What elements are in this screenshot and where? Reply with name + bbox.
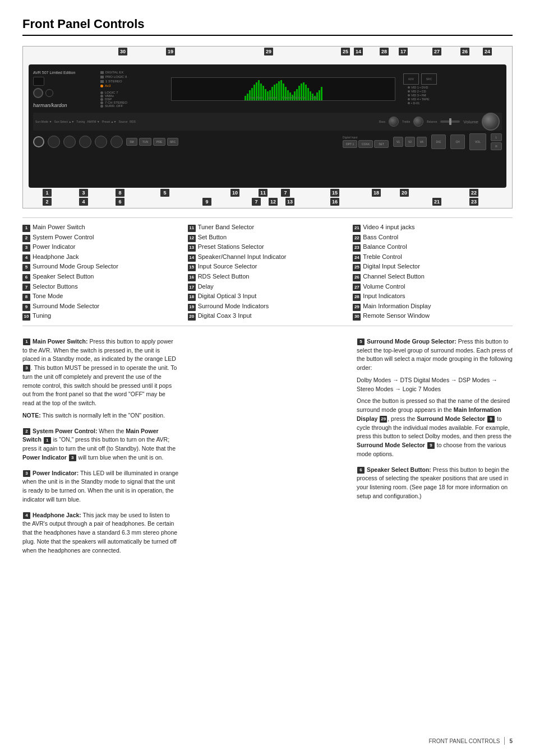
tone-mode-btn-1[interactable] <box>48 136 60 148</box>
selector-button-2[interactable] <box>95 136 107 148</box>
mode-digital-ex: DIGITAL EX <box>100 71 163 74</box>
bottom-right-controls: Digital Input OPT 1 COAX SET V1 V2 VA DI… <box>343 133 502 150</box>
part-item-23: 23Balance Control <box>353 242 513 252</box>
selector-button-1[interactable] <box>79 136 91 148</box>
video-audio[interactable]: VA <box>417 137 427 147</box>
input-doi: • D-01 <box>408 101 500 105</box>
part-label-7: Selector Buttons <box>33 282 78 292</box>
part-label-29: Main Information Display <box>363 302 431 312</box>
page-header: Front Panel Controls <box>22 17 513 36</box>
volume-control-knob[interactable] <box>482 113 500 131</box>
desc-power-indicator: 3 Power Indicator: This LED will be illu… <box>22 469 178 504</box>
callout-26: 26 <box>460 48 469 55</box>
part-num-1: 1 <box>22 225 30 232</box>
part-num-27: 27 <box>353 284 361 291</box>
callout-bottom-5: 5 <box>160 189 169 197</box>
channel-select-button[interactable]: CH <box>450 134 465 149</box>
footer-page: 5 <box>509 738 513 744</box>
part-label-4: Headphone Jack <box>33 252 79 262</box>
part-label-8: Tone Mode <box>33 291 63 302</box>
part-num-9: 9 <box>22 304 30 311</box>
part-num-8: 8 <box>22 294 30 301</box>
callout-bottom-15: 15 <box>330 189 339 197</box>
avr-brand-section: AVR 507 Limited Edition harman/kardon <box>33 71 95 108</box>
volume-control-button[interactable]: VOL <box>469 133 486 150</box>
part-label-25: Digital Input Selector <box>363 262 420 272</box>
part-label-20: Digital Coax 3 Input <box>198 311 252 321</box>
treble-knob-small[interactable] <box>413 117 423 127</box>
callout-bottom2-13: 13 <box>285 198 294 206</box>
digital-input-1[interactable]: OPT 1 <box>343 140 357 148</box>
input-list: VID 1 • DVD VID 2 • CD VID 3 • FM VID 4 … <box>408 86 500 105</box>
parts-list: 1Main Power Switch2System Power Control3… <box>22 217 513 326</box>
part-label-10: Tuning <box>33 311 51 321</box>
tone-mode-buttons: Tone Mode Speaker Channel Digital Sel De… <box>172 96 395 99</box>
part-item-18: 18Digital Optical 3 Input <box>188 291 348 302</box>
input-r[interactable]: R <box>491 142 502 150</box>
num-badge-2: 2 <box>23 428 30 435</box>
callout-bottom-10: 10 <box>230 189 239 197</box>
balance-slider-thumb[interactable] <box>449 118 451 125</box>
callout-bottom-22: 22 <box>469 189 478 197</box>
input-l[interactable]: L <box>491 133 502 141</box>
descriptions: 1 Main Power Switch: Press this button t… <box>22 337 513 562</box>
callout-28: 28 <box>380 48 389 55</box>
bass-knob-small[interactable] <box>389 117 399 127</box>
num-badge-5: 5 <box>357 338 365 345</box>
input-indicators-section: ADV SRC <box>403 73 500 85</box>
callout-27: 27 <box>432 48 441 55</box>
part-num-4: 4 <box>22 254 30 262</box>
part-num-12: 12 <box>188 235 196 242</box>
digital-input-selector[interactable]: DIG <box>431 134 446 149</box>
tone-buttons-row <box>48 136 123 148</box>
input-source-selector[interactable]: SRC <box>167 138 178 146</box>
avr-right-section: ADV SRC VID 1 • DVD VID 2 • CD VID 3 • F… <box>401 71 502 107</box>
preset-stations-selector[interactable]: PRE <box>153 138 165 146</box>
diagram-area: 30192925142817272624 AVR 507 Limited Edi… <box>22 46 513 208</box>
desc-title-6: Speaker Select Button: <box>367 466 431 473</box>
part-item-16: 16RDS Select Button <box>188 272 348 282</box>
callout-14: 14 <box>354 48 363 55</box>
desc-title-3: Power Indicator: <box>33 470 79 476</box>
part-num-15: 15 <box>188 264 196 271</box>
video-2[interactable]: V2 <box>405 137 415 147</box>
callout-bottom-8: 8 <box>116 189 124 197</box>
video-1[interactable]: V1 <box>393 137 403 147</box>
callout-19: 19 <box>166 48 175 55</box>
callout-bottom-7: 7 <box>281 189 290 197</box>
digital-input-2[interactable]: COAX <box>358 140 373 148</box>
part-num-22: 22 <box>353 235 361 242</box>
num-badge-6: 6 <box>357 467 365 474</box>
part-item-27: 27Volume Control <box>353 282 513 292</box>
num-badge-3b: 3 <box>69 454 76 461</box>
callout-25: 25 <box>341 48 350 55</box>
part-num-23: 23 <box>353 244 361 252</box>
callout-bottom2-16: 16 <box>330 198 339 206</box>
input-box-1: ADV <box>403 73 419 85</box>
digital-input-section: Digital Input OPT 1 COAX SET <box>343 136 389 148</box>
tuning-control[interactable]: TUN <box>139 138 151 146</box>
selector-button-3[interactable] <box>110 136 123 148</box>
main-power-switch-visual[interactable] <box>33 88 43 98</box>
headphone-jack-visual[interactable] <box>45 89 53 97</box>
part-item-21: 21Video 4 input jacks <box>353 222 513 233</box>
avr-bottom-row: SM TUN PRE SRC Digital Input OPT 1 COAX … <box>33 132 502 152</box>
desc-title-1: Main Power Switch: <box>33 338 88 345</box>
part-item-7: 7Selector Buttons <box>22 282 182 292</box>
callout-bottom2-23: 23 <box>469 198 478 206</box>
system-power-control[interactable] <box>33 136 44 147</box>
surround-mode-selector[interactable]: SM <box>126 138 137 146</box>
remote-sensor-window <box>33 77 44 86</box>
part-num-20: 20 <box>188 313 196 321</box>
set-button[interactable]: SET <box>374 140 389 148</box>
part-num-5: 5 <box>22 264 30 271</box>
part-item-6: 6Speaker Select Button <box>22 272 182 282</box>
desc-col-2 <box>190 337 345 562</box>
tone-mode-btn-2[interactable] <box>63 136 76 148</box>
num-badge-3c: 3 <box>23 470 30 477</box>
callout-bottom2-6: 6 <box>116 198 124 206</box>
part-label-12: Set Button <box>198 233 227 243</box>
part-item-24: 24Treble Control <box>353 252 513 262</box>
part-label-23: Balance Control <box>363 242 407 252</box>
avr-controls-row: Surr.Mode ▼ Surr.Select ▲▼ Tuning AM/FM … <box>33 113 502 131</box>
